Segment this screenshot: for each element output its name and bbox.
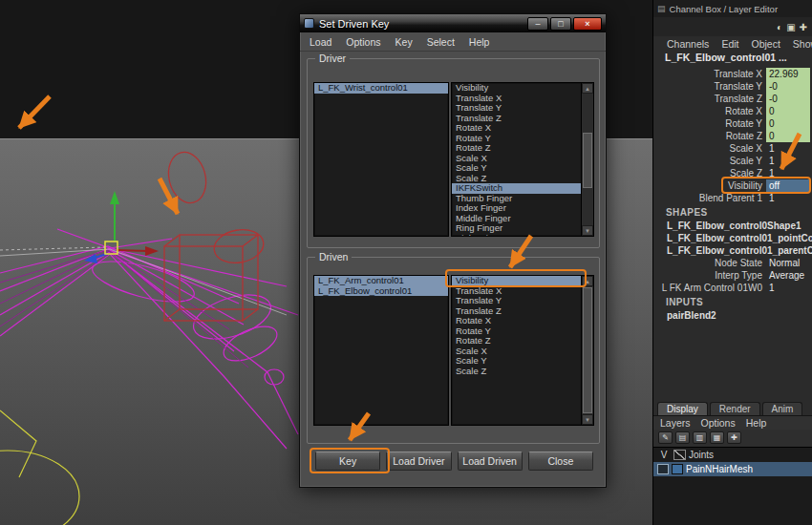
driven-attribute-item[interactable]: Translate Y [452, 296, 581, 306]
layer-color-swatch[interactable] [672, 464, 683, 474]
shape-channel-row[interactable]: Interp Type Average [653, 269, 812, 282]
dialog-button[interactable]: Load Driven [458, 452, 523, 471]
scroll-down-icon[interactable]: ▼ [582, 414, 593, 425]
layer-row-joints[interactable]: V Joints [653, 448, 812, 462]
channel-row[interactable]: Rotate X 0 [653, 105, 812, 117]
driver-attribute-list[interactable]: VisibilityTranslate XTranslate YTranslat… [451, 82, 594, 237]
driven-attribute-item[interactable]: Visibility [452, 276, 581, 286]
driver-attribute-item[interactable]: Index Finger [452, 203, 581, 214]
driven-object-item[interactable]: L_FK_Elbow_control01 [314, 286, 448, 297]
dialog-titlebar[interactable]: Set Driven Key – □ × [300, 14, 606, 32]
channel-value[interactable]: 1 [766, 167, 810, 179]
minimize-button[interactable]: – [527, 17, 548, 31]
channel-box-menu-item[interactable]: Object [751, 38, 780, 50]
layer-toolbar-icon[interactable]: ▦ [710, 431, 724, 444]
scrollbar-thumb[interactable] [583, 287, 592, 413]
layer-editor-menu-item[interactable]: Help [746, 417, 767, 429]
channel-value[interactable]: off [766, 179, 810, 192]
driver-object-item[interactable]: L_FK_Wrist_control01 [314, 83, 448, 94]
channel-value[interactable]: 0 [766, 130, 810, 142]
driven-object-list[interactable]: L_FK_Arm_control01L_FK_Elbow_control01 [313, 275, 449, 426]
driven-attribute-item[interactable]: Rotate X [452, 316, 581, 326]
channel-value[interactable]: 0 [766, 117, 810, 130]
node-name[interactable]: L_FK_Elbow_control01 ... [653, 52, 812, 65]
channel-row[interactable]: Translate Z -0 [653, 93, 812, 105]
dialog-button[interactable]: Key [315, 452, 380, 471]
channel-row[interactable]: Scale Y 1 [653, 155, 812, 167]
shape-channel-value[interactable]: Normal [766, 257, 810, 269]
layer-toolbar-icon[interactable]: ▤ [675, 431, 690, 444]
driver-attribute-item[interactable]: Ring Finger [452, 223, 581, 234]
dialog-button[interactable]: Load Driver [386, 452, 451, 471]
layer-visibility-toggle[interactable] [657, 464, 669, 474]
input-item[interactable]: pairBlend2 [653, 309, 812, 322]
scrollbar-thumb[interactable] [583, 133, 592, 188]
layer-editor-menu-item[interactable]: Options [701, 417, 736, 429]
shape-channel-row[interactable]: L FK Arm Control 01W0 1 [653, 282, 812, 294]
shape-item[interactable]: L_FK_Elbow_control01_pointConst... [653, 232, 812, 244]
shape-channel-value[interactable]: Average [766, 269, 810, 282]
channel-row[interactable]: Rotate Z 0 [653, 130, 812, 142]
menu-item[interactable]: Options [346, 36, 380, 48]
channel-value[interactable]: 0 [766, 105, 810, 117]
channel-value[interactable]: 1 [766, 142, 810, 155]
driver-attribute-item[interactable]: Pinky Finger [452, 234, 581, 238]
channel-box-menu-item[interactable]: Show [793, 38, 812, 50]
maximize-button[interactable]: □ [550, 17, 571, 31]
driven-attribute-item[interactable]: Scale Z [452, 367, 581, 377]
dialog-button[interactable]: Close [528, 452, 593, 471]
driver-attribute-item[interactable]: IKFKSwitch [452, 183, 581, 194]
channel-row[interactable]: Visibility off [653, 179, 812, 192]
layer-editor-tab[interactable]: Anim [762, 402, 803, 415]
channel-value[interactable]: 1 [766, 192, 810, 204]
channel-value[interactable]: -0 [766, 93, 810, 105]
driver-attribute-item[interactable]: Translate Y [452, 103, 581, 114]
toolbar-icon[interactable]: ◐ [777, 22, 782, 32]
driven-scrollbar[interactable]: ▲ ▼ [581, 276, 593, 425]
menu-item[interactable]: Load [310, 36, 331, 48]
channel-value[interactable]: -0 [766, 80, 810, 93]
menu-item[interactable]: Help [469, 36, 490, 48]
layer-toolbar-icon[interactable]: ✎ [658, 431, 673, 444]
driver-scrollbar[interactable]: ▲ ▼ [581, 83, 593, 236]
channel-row[interactable]: Translate Y -0 [653, 80, 812, 93]
channel-box-menu-item[interactable]: Edit [721, 38, 738, 50]
layer-type-icon[interactable] [673, 450, 686, 460]
toolbar-icon[interactable]: ✚ [800, 22, 807, 32]
shape-channel-value[interactable]: 1 [766, 282, 810, 294]
driver-attribute-item[interactable]: Rotate Z [452, 143, 581, 154]
driven-object-item[interactable]: L_FK_Arm_control01 [314, 276, 448, 286]
driven-attribute-item[interactable]: Rotate Z [452, 336, 581, 346]
driven-attribute-list[interactable]: VisibilityTranslate XTranslate YTranslat… [451, 275, 594, 426]
channel-value[interactable]: 1 [766, 155, 810, 167]
close-button[interactable]: × [573, 17, 602, 31]
channel-row[interactable]: Scale Z 1 [653, 167, 812, 179]
layer-visibility-toggle[interactable]: V [657, 450, 671, 460]
channel-row[interactable]: Translate X 22.969 [653, 68, 812, 80]
shape-item[interactable]: L_FK_Elbow_control01_parentCon... [653, 244, 812, 257]
driven-attribute-item[interactable]: Scale Y [452, 356, 581, 367]
channel-row[interactable]: Blend Parent 1 1 [653, 192, 812, 204]
driver-attribute-item[interactable]: Visibility [452, 83, 581, 94]
shape-item[interactable]: L_FK_Elbow_control0Shape1 [653, 220, 812, 232]
driver-attribute-item[interactable]: Scale Y [452, 163, 581, 174]
channel-box-menu-item[interactable]: Channels [667, 38, 709, 50]
driver-object-list[interactable]: L_FK_Wrist_control01 [313, 82, 449, 237]
shape-channel-row[interactable]: Node State Normal [653, 257, 812, 269]
menu-item[interactable]: Select [427, 36, 455, 48]
menu-item[interactable]: Key [395, 36, 413, 48]
scroll-down-icon[interactable]: ▼ [582, 225, 593, 236]
channel-value[interactable]: 22.969 [766, 68, 810, 80]
driver-attribute-item[interactable]: Rotate X [452, 123, 581, 134]
layer-editor-tab[interactable]: Display [657, 402, 708, 415]
channel-row[interactable]: Scale X 1 [653, 142, 812, 155]
layer-toolbar-icon[interactable]: ✚ [727, 431, 741, 444]
layer-editor-menu-item[interactable]: Layers [660, 417, 691, 429]
toolbar-icon[interactable]: ▣ [786, 22, 795, 32]
layer-row-painnhairmesh[interactable]: PainNHairMesh [653, 462, 812, 476]
layer-name[interactable]: Joints [689, 450, 714, 460]
channel-row[interactable]: Rotate Y 0 [653, 117, 812, 130]
scroll-up-icon[interactable]: ▲ [582, 83, 593, 94]
layer-name[interactable]: PainNHairMesh [686, 464, 753, 474]
scroll-up-icon[interactable]: ▲ [582, 276, 593, 286]
